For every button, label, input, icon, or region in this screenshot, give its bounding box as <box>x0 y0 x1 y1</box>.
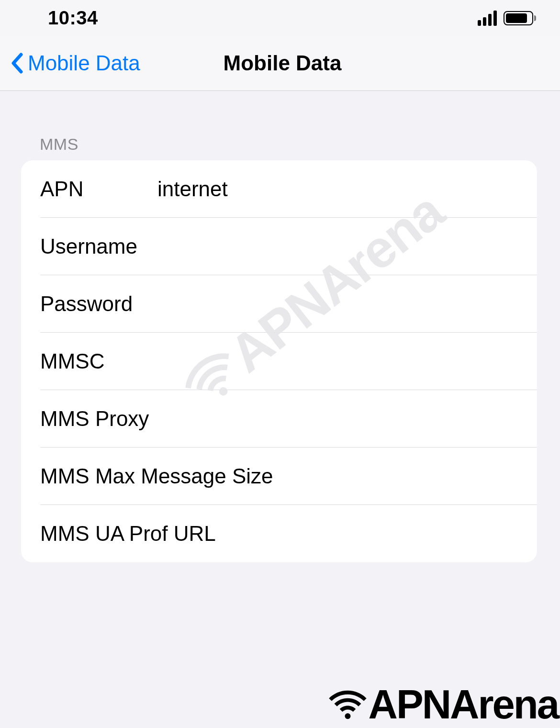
row-label: MMS Max Message Size <box>40 464 273 488</box>
row-password[interactable]: Password <box>21 275 537 333</box>
back-label: Mobile Data <box>28 51 140 75</box>
row-mms-proxy[interactable]: MMS Proxy <box>21 390 537 448</box>
status-icons <box>478 11 536 26</box>
row-label: MMSC <box>40 349 157 373</box>
section-header-mms: MMS <box>40 135 560 154</box>
row-label: Username <box>40 235 157 258</box>
wifi-icon <box>325 682 370 728</box>
row-mmsc[interactable]: MMSC <box>21 333 537 390</box>
footer-text: APNArena <box>369 681 558 728</box>
row-label: MMS Proxy <box>40 407 149 431</box>
apn-input[interactable] <box>157 177 518 201</box>
mmsc-input[interactable] <box>157 349 518 373</box>
status-bar: 10:34 <box>0 0 560 36</box>
row-label: Password <box>40 292 157 316</box>
signal-icon <box>478 11 497 26</box>
nav-header: Mobile Data Mobile Data <box>0 36 560 91</box>
row-mms-ua-prof-url[interactable]: MMS UA Prof URL <box>21 505 537 562</box>
settings-group-mms: APN Username Password MMSC MMS Proxy MMS… <box>21 160 537 562</box>
row-apn[interactable]: APN <box>21 160 537 218</box>
username-input[interactable] <box>157 235 518 258</box>
footer-logo: APNArena <box>325 681 560 728</box>
row-mms-max-message-size[interactable]: MMS Max Message Size <box>21 448 537 505</box>
row-label: APN <box>40 177 157 201</box>
mms-max-size-input[interactable] <box>273 464 536 488</box>
battery-icon <box>504 11 536 25</box>
row-username[interactable]: Username <box>21 218 537 275</box>
password-input[interactable] <box>157 292 518 316</box>
status-time: 10:34 <box>48 7 98 29</box>
mms-proxy-input[interactable] <box>149 407 518 431</box>
back-button[interactable]: Mobile Data <box>0 51 140 75</box>
mms-ua-prof-input[interactable] <box>216 522 518 546</box>
chevron-left-icon <box>11 53 23 74</box>
row-label: MMS UA Prof URL <box>40 522 216 546</box>
page-title: Mobile Data <box>219 51 342 75</box>
